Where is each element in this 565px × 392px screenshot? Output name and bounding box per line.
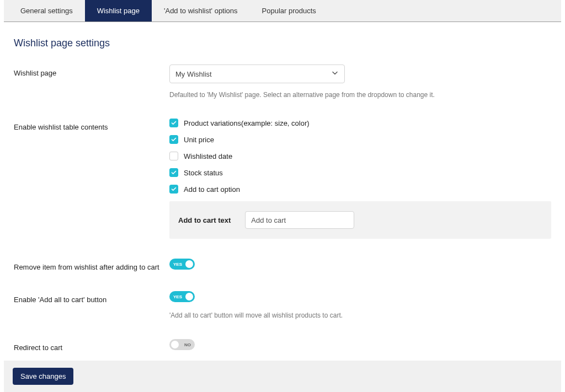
checkbox-add-to-cart-option-label: Add to cart option (184, 185, 240, 194)
wishlist-page-select-value: My Wishlist (175, 70, 212, 78)
redirect-label: Redirect to cart (14, 339, 169, 361)
wishlist-page-label: Wishlist page (14, 65, 169, 99)
toggle-remove-after-add-state: YES (173, 262, 182, 267)
enable-table-label: Enable wishlist table contents (14, 119, 169, 239)
tab-wishlist-page[interactable]: Wishlist page (85, 0, 152, 22)
checkbox-add-to-cart-option[interactable] (169, 185, 178, 194)
wishlist-page-help: Defaulted to 'My Wishlist' page. Select … (169, 91, 551, 99)
add-to-cart-text-panel: Add to cart text (169, 201, 551, 239)
checkbox-stock-status[interactable] (169, 168, 178, 177)
tab-add-to-wishlist-options[interactable]: 'Add to wishlist' options (152, 0, 250, 22)
toggle-redirect-to-cart-state: NO (184, 342, 191, 347)
checkbox-wishlisted-date-label: Wishlisted date (184, 152, 232, 160)
toggle-redirect-to-cart[interactable]: NO (169, 339, 195, 350)
toggle-remove-after-add[interactable]: YES (169, 259, 195, 270)
add-to-cart-text-input[interactable] (245, 211, 354, 229)
save-changes-button[interactable]: Save changes (13, 368, 73, 385)
tabs: General settings Wishlist page 'Add to w… (4, 0, 561, 22)
page-title: Wishlist page settings (14, 37, 561, 49)
checkbox-unit-price[interactable] (169, 135, 178, 144)
toggle-add-all-to-cart-state: YES (173, 294, 182, 299)
checkbox-product-variations[interactable] (169, 119, 178, 127)
tab-popular-products[interactable]: Popular products (250, 0, 328, 22)
add-all-help: 'Add all to cart' button will move all w… (169, 312, 551, 319)
add-all-label: Enable 'Add all to cart' button (14, 291, 169, 319)
wishlist-page-select[interactable]: My Wishlist (169, 65, 345, 83)
toggle-add-all-to-cart[interactable]: YES (169, 291, 195, 302)
remove-after-label: Remove item from wishlist after adding t… (14, 259, 169, 271)
tab-general-settings[interactable]: General settings (8, 0, 85, 22)
checkbox-wishlisted-date[interactable] (169, 152, 178, 160)
checkbox-product-variations-label: Product variations(example: size, color) (184, 119, 310, 127)
footer: Save changes (4, 361, 561, 392)
add-to-cart-text-label: Add to cart text (178, 216, 231, 224)
checkbox-stock-status-label: Stock status (184, 169, 223, 177)
checkbox-unit-price-label: Unit price (184, 136, 214, 144)
